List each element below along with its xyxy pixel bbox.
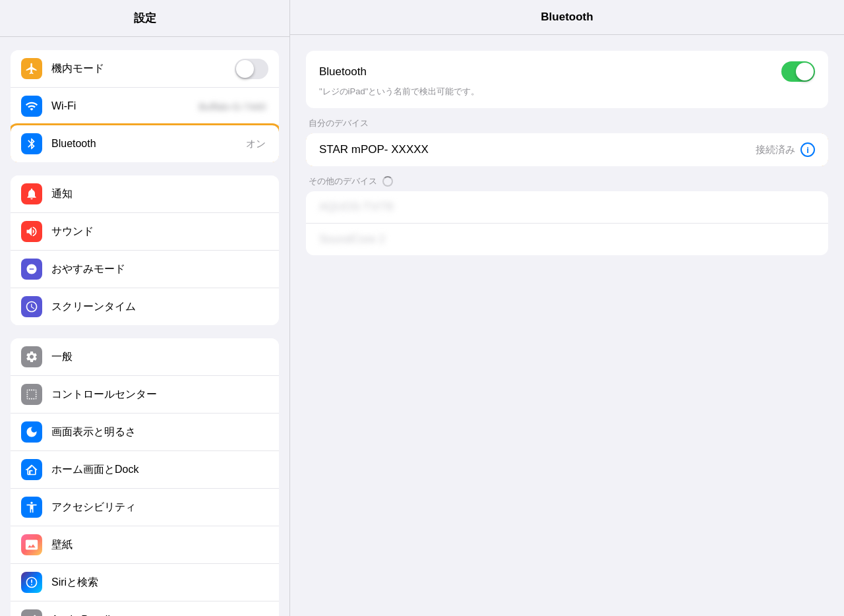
bluetooth-toggle-row: Bluetooth: [319, 61, 815, 82]
sidebar-item-general[interactable]: 一般: [11, 338, 279, 376]
controlcenter-label: コントロールセンター: [51, 388, 268, 402]
sidebar-item-display[interactable]: 画面表示と明るさ: [11, 414, 279, 451]
my-devices-label: 自分のデバイス: [309, 117, 826, 129]
sidebar-item-controlcenter[interactable]: コントロールセンター: [11, 376, 279, 414]
my-devices-card: STAR mPOP- XXXXX 接続済み i: [306, 133, 828, 166]
homescreen-label: ホーム画面とDock: [51, 463, 268, 477]
other-devices-section: その他のデバイス: [309, 175, 826, 187]
homescreen-icon: [21, 459, 42, 480]
other-device-name-1: SoundCore 2: [319, 233, 815, 246]
other-device-name-0: AQUOS-TV/78: [319, 200, 815, 214]
bluetooth-toggle-card: Bluetooth "レジのiPad"という名前で検出可能です。: [306, 51, 828, 108]
screentime-label: スクリーンタイム: [51, 300, 268, 314]
other-device-item-1[interactable]: SoundCore 2: [306, 224, 828, 255]
general-label: 一般: [51, 350, 268, 364]
sound-label: サウンド: [51, 225, 268, 239]
sidebar-title: 設定: [134, 12, 156, 24]
sidebar-item-notification[interactable]: 通知: [11, 175, 279, 213]
notification-label: 通知: [51, 187, 268, 201]
other-devices-label: その他のデバイス: [309, 175, 377, 187]
sidebar-item-siri[interactable]: Siriと検索: [11, 564, 279, 601]
connected-device-item[interactable]: STAR mPOP- XXXXX 接続済み i: [306, 133, 828, 166]
sidebar-content: 機内モード Wi-Fi Buffalo-G-7440 Bluetooth オン: [0, 37, 289, 616]
donotdisturb-label: おやすみモード: [51, 262, 268, 276]
wallpaper-icon: [21, 534, 42, 555]
settings-group-2: 通知 サウンド おやすみモード スクリーンタイム: [11, 175, 279, 325]
other-devices-card: AQUOS-TV/78 SoundCore 2: [306, 191, 828, 255]
sidebar-item-sound[interactable]: サウンド: [11, 213, 279, 251]
connected-device-status: 接続済み: [756, 144, 795, 156]
bluetooth-value: オン: [246, 138, 266, 150]
sidebar-item-accessibility[interactable]: アクセシビリティ: [11, 489, 279, 526]
airplane-icon: [21, 58, 42, 79]
airplane-label: 機内モード: [51, 62, 235, 76]
screentime-icon: [21, 296, 42, 317]
sidebar-item-homescreen[interactable]: ホーム画面とDock: [11, 451, 279, 489]
sidebar-header: 設定: [0, 0, 289, 37]
wifi-icon: [21, 96, 42, 117]
display-label: 画面表示と明るさ: [51, 425, 268, 439]
main-title: Bluetooth: [541, 11, 593, 23]
general-icon: [21, 346, 42, 367]
main-content: Bluetooth Bluetooth "レジのiPad"という名前で検出可能で…: [290, 0, 844, 616]
bluetooth-icon: [21, 133, 42, 154]
siri-icon: [21, 572, 42, 593]
wallpaper-label: 壁紙: [51, 538, 268, 552]
donotdisturb-icon: [21, 259, 42, 280]
settings-group-1: 機内モード Wi-Fi Buffalo-G-7440 Bluetooth オン: [11, 50, 279, 162]
main-header: Bluetooth: [290, 0, 844, 35]
sidebar-item-applepencil[interactable]: Apple Pencil: [11, 601, 279, 616]
sidebar-item-screentime[interactable]: スクリーンタイム: [11, 288, 279, 325]
controlcenter-icon: [21, 384, 42, 405]
notification-icon: [21, 183, 42, 204]
siri-label: Siriと検索: [51, 576, 268, 590]
display-icon: [21, 421, 42, 443]
bluetooth-toggle-label: Bluetooth: [319, 65, 367, 78]
wifi-label: Wi-Fi: [51, 100, 199, 112]
connected-device-name: STAR mPOP- XXXXX: [319, 143, 756, 156]
airplane-toggle[interactable]: [235, 59, 268, 79]
accessibility-icon: [21, 497, 42, 518]
scanning-spinner: [382, 176, 393, 187]
sidebar-item-airplane[interactable]: 機内モード: [11, 50, 279, 88]
sidebar-item-bluetooth[interactable]: Bluetooth オン: [11, 125, 279, 162]
sidebar-item-wifi[interactable]: Wi-Fi Buffalo-G-7440: [11, 88, 279, 125]
applepencil-icon: [21, 609, 42, 616]
connected-device-info-icon[interactable]: i: [800, 142, 815, 157]
sidebar-item-wallpaper[interactable]: 壁紙: [11, 526, 279, 564]
settings-group-3: 一般 コントロールセンター 画面表示と明るさ ホーム: [11, 338, 279, 616]
wifi-value: Buffalo-G-7440: [199, 101, 266, 112]
accessibility-label: アクセシビリティ: [51, 501, 268, 514]
sidebar: 設定 機内モード Wi-Fi Buffalo-G-7440: [0, 0, 290, 616]
bluetooth-label: Bluetooth: [51, 138, 246, 150]
other-device-item-0[interactable]: AQUOS-TV/78: [306, 191, 828, 224]
sidebar-item-donotdisturb[interactable]: おやすみモード: [11, 251, 279, 288]
bluetooth-toggle-switch[interactable]: [781, 61, 815, 82]
main-body: Bluetooth "レジのiPad"という名前で検出可能です。 自分のデバイス…: [290, 35, 844, 616]
bluetooth-subtitle: "レジのiPad"という名前で検出可能です。: [319, 86, 815, 98]
sound-icon: [21, 221, 42, 242]
